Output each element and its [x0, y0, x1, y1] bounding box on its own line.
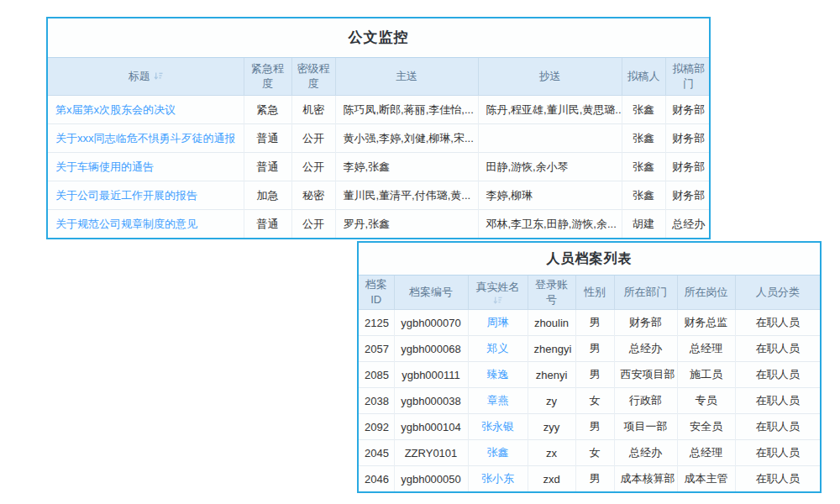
- col-header-main-send: 主送: [335, 58, 478, 96]
- real-name-link[interactable]: 张永银: [481, 420, 514, 433]
- cell-position: 财务总监: [677, 310, 735, 336]
- cell-archive-id: 2038: [359, 388, 394, 414]
- doc-monitor-panel: 公文监控 标题 紧急程度 密级程度 主送 抄送 拟稿人 拟稿部门 第x届第x次股…: [46, 17, 711, 239]
- doc-title-link[interactable]: 第x届第x次股东会的决议: [55, 103, 176, 116]
- cell-position: 总经理: [677, 440, 735, 466]
- cell-main-send: 罗丹,张鑫: [335, 210, 478, 239]
- cell-security: 公开: [291, 210, 335, 239]
- table-row: 2038 ygbh000038 章燕 zy 女 行政部 专员 在职人员: [359, 388, 820, 414]
- cell-archive-id: 2092: [359, 414, 394, 440]
- col-header-archive-no: 档案编号: [394, 276, 468, 310]
- doc-title-link[interactable]: 关于公司最近工作开展的报告: [55, 189, 197, 202]
- cell-drafter: 张鑫: [622, 96, 665, 124]
- cell-security: 机密: [291, 96, 335, 124]
- cell-main-send: 李婷,张鑫: [335, 153, 478, 181]
- cell-archive-id: 2085: [359, 362, 394, 388]
- col-header-urgency: 紧急程度: [244, 58, 291, 96]
- cell-archive-no: ygbh000111: [394, 362, 468, 388]
- cell-title: 关于xxx同志临危不惧勇斗歹徒的通报: [48, 124, 244, 153]
- doc-title-link[interactable]: 关于xxx同志临危不惧勇斗歹徒的通报: [55, 132, 236, 144]
- cell-main-send: 黄小强,李婷,刘健,柳琳,宋...: [335, 124, 478, 153]
- cell-department: 总经办: [614, 336, 677, 362]
- cell-archive-id: 2125: [359, 310, 394, 336]
- real-name-link[interactable]: 周琳: [487, 316, 509, 328]
- cell-urgency: 加急: [244, 181, 291, 210]
- cell-main-send: 董川民,董清平,付伟璐,黄...: [335, 181, 478, 210]
- cell-login-account: zhenyi: [528, 362, 575, 388]
- table-row: 2085 ygbh000111 臻逸 zhenyi 男 西安项目部 施工员 在职…: [359, 362, 820, 388]
- cell-archive-id: 2045: [359, 440, 394, 466]
- table-row: 关于规范公司规章制度的意见 普通 公开 罗丹,张鑫 邓林,李卫东,田静,游恢,余…: [48, 210, 711, 239]
- cell-security: 秘密: [291, 181, 335, 210]
- cell-real-name: 郑义: [468, 336, 528, 362]
- cell-security: 公开: [291, 153, 335, 181]
- cell-archive-no: ygbh000070: [394, 310, 468, 336]
- sort-icon[interactable]: [472, 296, 524, 305]
- real-name-link[interactable]: 张小东: [481, 472, 514, 485]
- sort-icon[interactable]: [154, 70, 163, 85]
- col-header-title[interactable]: 标题: [48, 58, 244, 96]
- cell-category: 在职人员: [735, 466, 820, 492]
- cell-category: 在职人员: [735, 362, 820, 388]
- cell-cc: 陈丹,程亚雄,董川民,黄思璐...: [478, 96, 622, 124]
- cell-position: 成本主管: [677, 466, 735, 492]
- cell-category: 在职人员: [735, 440, 820, 466]
- cell-login-account: zxd: [528, 466, 575, 492]
- cell-archive-no: ygbh000050: [394, 466, 468, 492]
- doc-header-row: 标题 紧急程度 密级程度 主送 抄送 拟稿人 拟稿部门: [48, 58, 711, 96]
- cell-login-account: zhengyi: [528, 336, 575, 362]
- cell-real-name: 张永银: [468, 414, 528, 440]
- cell-position: 安全员: [677, 414, 735, 440]
- cell-gender: 男: [575, 336, 614, 362]
- cell-category: 在职人员: [735, 310, 820, 336]
- cell-gender: 女: [575, 440, 614, 466]
- cell-department: 总经办: [614, 440, 677, 466]
- cell-category: 在职人员: [735, 388, 820, 414]
- cell-gender: 男: [575, 466, 614, 492]
- personnel-archive-panel: 人员档案列表 档案ID 档案编号 真实姓名 登录账号 性别 所在部门 所在岗位 …: [357, 241, 822, 493]
- cell-department: 项目一部: [614, 414, 677, 440]
- table-row: 关于公司最近工作开展的报告 加急 秘密 董川民,董清平,付伟璐,黄... 李婷,…: [48, 181, 711, 210]
- cell-cc: 邓林,李卫东,田静,游恢,余...: [478, 210, 622, 239]
- cell-urgency: 普通: [244, 124, 291, 153]
- real-name-link[interactable]: 臻逸: [487, 368, 509, 381]
- table-row: 2057 ygbh000068 郑义 zhengyi 男 总经办 总经理 在职人…: [359, 336, 820, 362]
- real-name-link[interactable]: 章燕: [487, 394, 509, 407]
- cell-drafter: 胡建: [622, 210, 665, 239]
- col-header-real-name[interactable]: 真实姓名: [468, 276, 528, 310]
- col-header-cc: 抄送: [478, 58, 622, 96]
- cell-real-name: 章燕: [468, 388, 528, 414]
- cell-gender: 男: [575, 310, 614, 336]
- cell-archive-id: 2046: [359, 466, 394, 492]
- cell-urgency: 普通: [244, 210, 291, 239]
- cell-department: 行政部: [614, 388, 677, 414]
- cell-department: 成本核算部: [614, 466, 677, 492]
- doc-title-link[interactable]: 关于车辆使用的通告: [55, 160, 154, 173]
- cell-archive-no: ygbh000104: [394, 414, 468, 440]
- col-header-archive-id: 档案ID: [359, 276, 394, 310]
- col-header-position: 所在岗位: [677, 276, 735, 310]
- real-name-link[interactable]: 郑义: [487, 342, 509, 354]
- cell-real-name: 张鑫: [468, 440, 528, 466]
- cell-title: 关于车辆使用的通告: [48, 153, 244, 181]
- real-name-link[interactable]: 张鑫: [487, 446, 509, 459]
- cell-drafter: 张鑫: [622, 181, 665, 210]
- cell-draft-dept: 总经办: [665, 210, 711, 239]
- cell-position: 总经理: [677, 336, 735, 362]
- cell-draft-dept: 财务部: [665, 124, 711, 153]
- cell-main-send: 陈巧凤,断郎,蒋丽,李佳怡,...: [335, 96, 478, 124]
- cell-gender: 男: [575, 362, 614, 388]
- col-header-login-account: 登录账号: [528, 276, 575, 310]
- table-row: 第x届第x次股东会的决议 紧急 机密 陈巧凤,断郎,蒋丽,李佳怡,... 陈丹,…: [48, 96, 711, 124]
- cell-real-name: 张小东: [468, 466, 528, 492]
- doc-title-link[interactable]: 关于规范公司规章制度的意见: [55, 218, 197, 230]
- table-row: 关于车辆使用的通告 普通 公开 李婷,张鑫 田静,游恢,余小琴 张鑫 财务部: [48, 153, 711, 181]
- cell-title: 第x届第x次股东会的决议: [48, 96, 244, 124]
- cell-draft-dept: 财务部: [665, 181, 711, 210]
- table-row: 2125 ygbh000070 周琳 zhoulin 男 财务部 财务总监 在职…: [359, 310, 820, 336]
- cell-title: 关于公司最近工作开展的报告: [48, 181, 244, 210]
- cell-draft-dept: 财务部: [665, 96, 711, 124]
- cell-real-name: 周琳: [468, 310, 528, 336]
- cell-real-name: 臻逸: [468, 362, 528, 388]
- table-row: 2092 ygbh000104 张永银 zyy 男 项目一部 安全员 在职人员: [359, 414, 820, 440]
